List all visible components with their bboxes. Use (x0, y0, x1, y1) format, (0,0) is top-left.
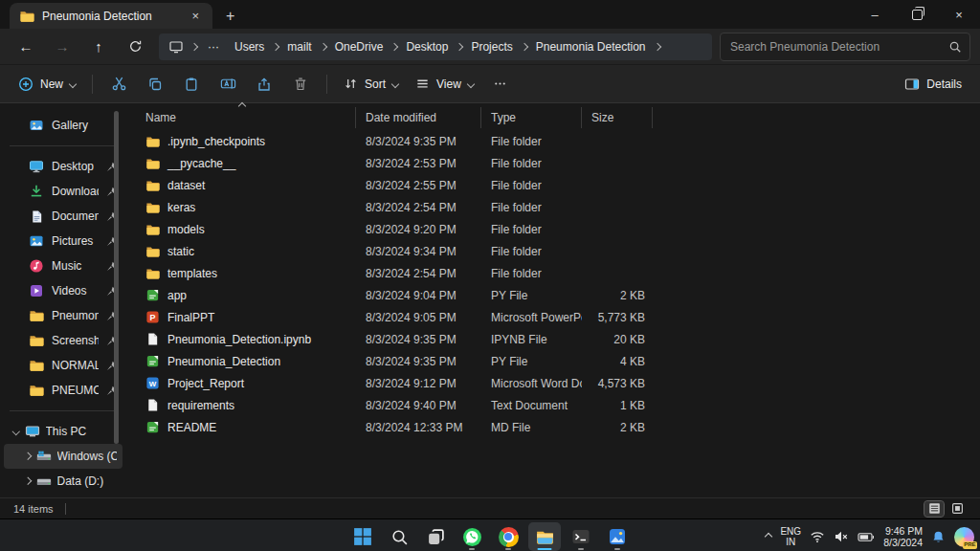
sidebar-item-pneumonia-d[interactable]: Pneumonia D (4, 303, 122, 328)
delete-button[interactable] (284, 71, 317, 98)
search-input[interactable] (728, 39, 948, 55)
file-row[interactable]: __pycache__ 8/3/2024 2:53 PM File folder (134, 152, 980, 174)
breadcrumb-item[interactable]: Users (228, 37, 271, 56)
new-button[interactable]: New (10, 71, 84, 98)
sidebar-item-this-pc[interactable]: This PC (4, 419, 122, 444)
file-name: keras (167, 201, 195, 214)
minimize-button[interactable]: – (854, 0, 896, 29)
breadcrumb-overflow[interactable]: ··· (201, 37, 226, 56)
file-type: File folder (481, 157, 582, 170)
file-row[interactable]: .ipynb_checkpoints 8/3/2024 9:35 PM File… (134, 130, 980, 152)
file-row[interactable]: README 8/3/2024 12:33 PM MD File 2 KB (134, 416, 980, 438)
file-row[interactable]: dataset 8/3/2024 2:55 PM File folder (134, 174, 980, 196)
file-date-modified: 8/3/2024 12:33 PM (356, 421, 481, 434)
breadcrumb-item[interactable]: Desktop (399, 37, 455, 56)
sidebar-item-videos[interactable]: Videos (4, 278, 122, 303)
breadcrumb-item[interactable]: Projects (464, 37, 519, 56)
notification-bell-icon[interactable] (931, 530, 946, 544)
sidebar-item-pictures[interactable]: Pictures (4, 229, 122, 253)
taskbar-chrome-button[interactable] (492, 522, 524, 551)
file-row[interactable]: static 8/3/2024 9:34 PM File folder (134, 240, 980, 262)
column-header-date[interactable]: Date modified (356, 107, 481, 128)
sidebar-item-music[interactable]: Music (4, 253, 122, 278)
taskbar-start-button[interactable] (346, 522, 379, 551)
breadcrumb-item[interactable]: mailt (280, 37, 318, 56)
file-row[interactable]: app 8/3/2024 9:04 PM PY File 2 KB (134, 284, 980, 306)
breadcrumb[interactable]: ··· Users mailt OneDrive Desktop Project… (159, 33, 712, 60)
file-size: 1 KB (582, 399, 653, 412)
sort-button[interactable]: Sort (335, 71, 407, 97)
tab-close-icon[interactable]: × (188, 9, 203, 23)
chevron-down-icon (467, 79, 475, 87)
sort-label: Sort (365, 77, 386, 91)
refresh-button[interactable] (119, 33, 151, 60)
taskbar-search-button[interactable] (383, 522, 415, 551)
breadcrumb-item[interactable]: Pneumonia Detection (529, 37, 653, 56)
file-name: .ipynb_checkpoints (167, 135, 265, 148)
view-button[interactable]: View (407, 71, 482, 97)
explorer-tab[interactable]: Pneumonia Detection × (10, 3, 212, 29)
sidebar-item-downloads[interactable]: Downloads (4, 179, 122, 204)
sidebar-item-windows-c-[interactable]: Windows (C:) (4, 444, 122, 469)
new-tab-button[interactable]: + (226, 8, 234, 29)
sidebar-item-normal[interactable]: NORMAL (4, 353, 122, 378)
file-row[interactable]: W Project_Report 8/3/2024 9:12 PM Micros… (134, 372, 980, 394)
taskbar-file-explorer-button[interactable] (528, 522, 561, 551)
details-view-toggle[interactable] (924, 501, 944, 517)
system-tray: ENG IN 9:46 PM 8/3/2024 PRE (766, 519, 974, 551)
copilot-button[interactable]: PRE (954, 527, 974, 547)
chevron-right-icon[interactable] (24, 452, 32, 460)
battery-icon[interactable] (858, 531, 875, 543)
file-size: 4 KB (582, 355, 653, 368)
sidebar-item-pneumonia[interactable]: PNEUMONIA (4, 378, 122, 403)
search-box[interactable] (720, 33, 970, 61)
file-row[interactable]: Pneumonia_Detection 8/3/2024 9:35 PM PY … (134, 350, 980, 372)
file-row[interactable]: Pneumonia_Detection.ipynb 8/3/2024 9:35 … (134, 328, 980, 350)
column-header-size[interactable]: Size (582, 107, 653, 128)
breadcrumb-item[interactable]: OneDrive (328, 37, 390, 56)
file-row[interactable]: templates 8/3/2024 2:54 PM File folder (134, 262, 980, 284)
taskbar-whatsapp-button[interactable] (456, 522, 488, 551)
taskbar-terminal-button[interactable] (565, 522, 597, 551)
sidebar-scrollbar[interactable] (114, 111, 119, 444)
column-header-type[interactable]: Type (481, 107, 582, 128)
wifi-icon[interactable] (810, 529, 825, 544)
share-button[interactable] (248, 71, 280, 98)
sidebar-item-label: Windows (C:) (57, 450, 118, 463)
taskbar-task-view-button[interactable] (419, 522, 452, 551)
desktop-icon (29, 159, 44, 174)
language-indicator[interactable]: ENG IN (780, 526, 801, 547)
taskbar-photos-button[interactable] (601, 522, 634, 551)
copy-button[interactable] (139, 71, 171, 98)
column-header-name[interactable]: Name (134, 107, 356, 128)
thumbnail-view-toggle[interactable] (947, 501, 967, 517)
chevron-right-icon[interactable] (24, 477, 32, 485)
sidebar-item-desktop[interactable]: Desktop (4, 154, 122, 179)
more-options-button[interactable] (484, 71, 517, 98)
sidebar-item-gallery[interactable]: Gallery (4, 113, 122, 138)
navigation-pane: Gallery Desktop Downloads Documents Pict… (0, 103, 126, 497)
clock[interactable]: 9:46 PM 8/3/2024 (883, 525, 923, 548)
rename-button[interactable] (212, 71, 244, 98)
file-row[interactable]: P FinalPPT 8/3/2024 9:05 PM Microsoft Po… (134, 306, 980, 328)
paste-button[interactable] (175, 71, 208, 98)
file-row[interactable]: models 8/3/2024 9:20 PM File folder (134, 218, 980, 240)
sidebar-item-screenshots[interactable]: Screenshots (4, 328, 122, 353)
sidebar-item-label: Downloads (52, 185, 99, 198)
volume-muted-icon[interactable] (834, 529, 849, 544)
details-pane-button[interactable]: Details (896, 71, 970, 98)
restore-button[interactable] (896, 0, 938, 29)
close-button[interactable]: × (938, 0, 980, 29)
back-button[interactable]: ← (10, 33, 42, 60)
up-button[interactable]: ↑ (82, 33, 115, 60)
cut-button[interactable] (102, 71, 135, 98)
sidebar-item-documents[interactable]: Documents (4, 204, 122, 229)
chevron-down-icon[interactable] (12, 428, 20, 435)
file-row[interactable]: requirements 8/3/2024 9:40 PM Text Docum… (134, 394, 980, 416)
forward-button[interactable]: → (46, 33, 78, 60)
hidden-icons-chevron[interactable] (765, 533, 772, 540)
file-name: models (167, 223, 205, 236)
sidebar-item-data-d-[interactable]: Data (D:) (4, 469, 122, 494)
file-row[interactable]: keras 8/3/2024 2:54 PM File folder (134, 196, 980, 218)
folder-icon (29, 358, 44, 373)
